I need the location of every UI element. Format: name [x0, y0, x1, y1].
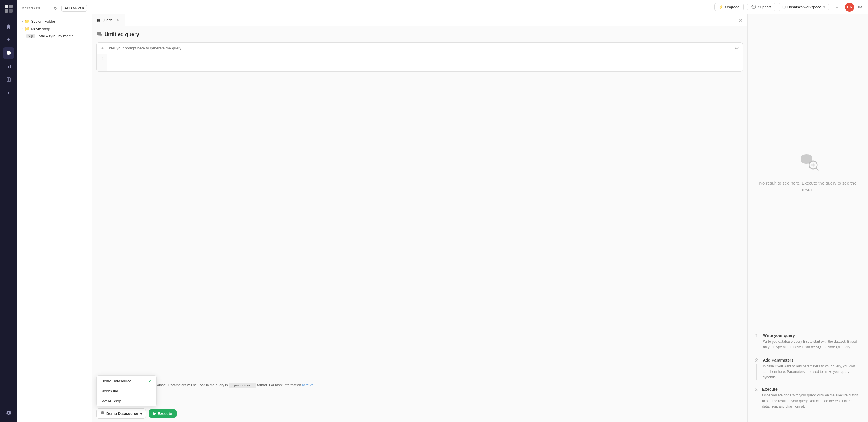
- step-number-1: 1: [755, 333, 758, 338]
- datasource-dropdown: Demo Datasource ✓ Northwind Movie Shop: [96, 375, 157, 406]
- query-db-icon: [96, 31, 102, 38]
- step-title-3: Execute: [762, 387, 861, 392]
- svg-rect-3: [9, 9, 12, 12]
- enter-button[interactable]: ↩: [735, 46, 739, 51]
- step-row-2: 2 Add Parameters In case if you want to …: [755, 358, 861, 380]
- avatar-initials: HA: [847, 5, 852, 9]
- tree-item-movie-shop[interactable]: › 📁 Movie shop: [17, 25, 92, 32]
- nav-charts[interactable]: [3, 61, 14, 72]
- sidebar-title: DATASETS: [22, 7, 50, 10]
- chevron-icon: ›: [22, 27, 23, 30]
- step-left-2: 2: [755, 358, 758, 380]
- tab-close-button[interactable]: ✕: [117, 18, 120, 22]
- support-button[interactable]: 💬 Support: [747, 3, 775, 11]
- no-result-icon: [797, 148, 819, 175]
- query-area: Untitled query ✦ ↩ 1: [92, 26, 747, 376]
- query-panel: ▦ Query 1 ✕ ✕ Untitled query ✦: [92, 15, 747, 422]
- add-new-button[interactable]: ADD NEW ▾: [61, 5, 87, 12]
- discord-icon: 💬: [751, 5, 756, 9]
- dropdown-item-demo[interactable]: Demo Datasource ✓: [97, 376, 156, 386]
- step-line-2: [756, 364, 757, 380]
- tree-item-label: Total Payroll by month: [37, 34, 87, 38]
- datasource-chevron: ▾: [140, 411, 142, 416]
- params-link[interactable]: here: [302, 383, 309, 387]
- prompt-box: ✦ ↩ 1: [96, 42, 743, 72]
- datasource-label: Demo Datasource: [106, 411, 138, 416]
- step-title-2: Add Parameters: [763, 358, 861, 363]
- step-content-1: Write your query Write you database quer…: [763, 333, 861, 351]
- step-desc-1: Write you database query first to start …: [763, 339, 861, 350]
- tab-icon: ▦: [96, 18, 100, 22]
- refresh-button[interactable]: [52, 5, 59, 12]
- upgrade-icon: ⚡: [719, 5, 723, 9]
- line-numbers: 1: [97, 54, 107, 71]
- add-button[interactable]: ＋: [832, 3, 842, 12]
- nav-home[interactable]: [3, 21, 14, 32]
- params-description: Configure dynamic parameters for the dat…: [96, 383, 743, 388]
- check-icon: ✓: [148, 378, 152, 383]
- query-title-row: Untitled query: [96, 31, 743, 38]
- right-panel: No result to see here. Execute the query…: [747, 15, 868, 422]
- folder-icon: 📁: [24, 26, 29, 31]
- tab-bar: ▦ Query 1 ✕ ✕: [92, 15, 747, 26]
- sidebar: DATASETS ADD NEW ▾ › 📁 System Folder › 📁…: [17, 0, 92, 422]
- query-title: Untitled query: [104, 32, 139, 38]
- workspace-icon: ⬡: [782, 5, 786, 9]
- dropdown-item-movieshop[interactable]: Movie Shop: [97, 396, 156, 406]
- tree-item-system-folder[interactable]: › 📁 System Folder: [17, 18, 92, 25]
- code-content[interactable]: [107, 54, 743, 71]
- user-name: HA: [858, 5, 862, 9]
- nav-explore[interactable]: [3, 34, 14, 46]
- add-new-chevron: ▾: [82, 6, 84, 10]
- tab-query1[interactable]: ▦ Query 1 ✕: [92, 15, 125, 26]
- svg-rect-2: [5, 9, 8, 12]
- folder-icon: 📁: [24, 19, 29, 24]
- prompt-input-row: ✦ ↩: [97, 43, 743, 54]
- tree-item-label: System Folder: [31, 19, 87, 24]
- workspace-chevron: ▾: [823, 5, 825, 9]
- dropdown-label: Northwind: [101, 389, 118, 393]
- svg-rect-7: [10, 65, 11, 68]
- nav-reports[interactable]: [3, 74, 14, 85]
- params-code: {{paramName}}: [229, 383, 256, 388]
- tab-label: Query 1: [102, 18, 115, 22]
- sidebar-tree: › 📁 System Folder › 📁 Movie shop SQL Tot…: [17, 15, 92, 422]
- svg-rect-5: [7, 67, 7, 68]
- step-number-2: 2: [755, 358, 758, 363]
- step-title-1: Write your query: [763, 333, 861, 338]
- step-line-1: [756, 339, 757, 351]
- svg-rect-6: [8, 66, 9, 68]
- datasource-button[interactable]: Demo Datasource ▾: [96, 409, 146, 419]
- nav-ai[interactable]: [3, 87, 14, 99]
- step-content-2: Add Parameters In case if you want to ad…: [763, 358, 861, 380]
- no-result-text: No result to see here. Execute the query…: [759, 180, 857, 193]
- tree-item-total-payroll[interactable]: SQL Total Payroll by month: [17, 32, 92, 40]
- prompt-input[interactable]: [106, 46, 735, 50]
- wand-icon: ✦: [101, 46, 104, 51]
- upgrade-button[interactable]: ⚡ Upgrade: [714, 3, 744, 11]
- dropdown-label: Movie Shop: [101, 399, 121, 403]
- step-number-3: 3: [755, 387, 758, 392]
- support-label: Support: [758, 5, 771, 9]
- no-result-area: No result to see here. Execute the query…: [748, 15, 868, 327]
- dropdown-item-northwind[interactable]: Northwind: [97, 386, 156, 396]
- params-title: Dataset parameters: [96, 376, 743, 381]
- step-left-3: 3: [755, 387, 758, 410]
- chevron-icon: ›: [22, 20, 23, 23]
- user-avatar[interactable]: HA: [845, 3, 854, 12]
- tree-item-label: Movie shop: [31, 27, 87, 31]
- topbar: ⚡ Upgrade 💬 Support ⬡ Hashim's workspace…: [92, 0, 868, 15]
- svg-line-20: [816, 168, 818, 170]
- upgrade-label: Upgrade: [725, 5, 739, 9]
- dataset-params: Dataset parameters Configure dynamic par…: [92, 376, 747, 405]
- datasource-icon: [100, 411, 105, 416]
- step-desc-3: Once you are done with your query, click…: [762, 393, 861, 410]
- close-panel-button[interactable]: ✕: [734, 17, 747, 24]
- nav-datasets[interactable]: [3, 48, 14, 59]
- svg-rect-1: [9, 5, 12, 8]
- dropdown-label: Demo Datasource: [101, 379, 131, 383]
- workspace-button[interactable]: ⬡ Hashim's workspace ▾: [779, 3, 829, 11]
- bottom-toolbar: Demo Datasource ✓ Northwind Movie Shop D…: [92, 405, 747, 422]
- nav-settings[interactable]: [3, 407, 14, 419]
- execute-button[interactable]: ▶ Execute: [149, 410, 177, 418]
